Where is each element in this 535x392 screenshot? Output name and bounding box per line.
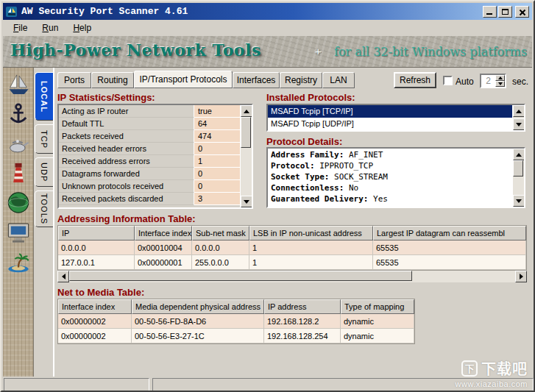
- app-icon: [6, 6, 18, 18]
- banner-title: High-Power Network Tools: [10, 40, 261, 60]
- side-tab-local[interactable]: LOCAL: [35, 72, 53, 121]
- left-arrow-icon: [62, 274, 65, 279]
- protocol-details-heading: Protocol Details:: [266, 136, 342, 147]
- refresh-button[interactable]: Refresh: [394, 72, 436, 88]
- auto-label: Auto: [456, 76, 474, 87]
- scrollbar-thumb[interactable]: [241, 117, 251, 148]
- tab-lan[interactable]: LAN: [322, 72, 355, 88]
- window-title: AW Security Port Scanner 4.61: [21, 6, 481, 17]
- tab-ip-transport-protocols[interactable]: IP/Transport Protocols: [134, 71, 233, 88]
- sailboat-icon: [6, 71, 31, 99]
- protocol-item[interactable]: MSAFD Tcpip [TCP/IP]: [268, 105, 512, 118]
- column-header[interactable]: Type of mapping: [341, 299, 414, 314]
- up-arrow-icon: [244, 110, 249, 113]
- seconds-label: sec.: [512, 76, 528, 87]
- tab-ports[interactable]: Ports: [57, 72, 91, 88]
- net-to-media-table: Interface index Media dependent physical…: [57, 299, 415, 344]
- down-arrow-icon: [244, 200, 249, 204]
- minimize-icon: [486, 13, 492, 15]
- titlebar: AW Security Port Scanner 4.61: [3, 3, 532, 20]
- net-to-media-heading: Net to Media Table:: [57, 287, 144, 298]
- column-header[interactable]: IP address: [264, 299, 341, 314]
- side-tab-tcp[interactable]: TCP: [35, 124, 53, 154]
- detail-line: Connectionless: No: [271, 183, 512, 194]
- detail-line: Socket Type: SOCK_STREAM: [271, 172, 512, 183]
- status-panel-left: [4, 378, 149, 391]
- up-arrow-icon: [498, 76, 503, 79]
- computer-icon: [6, 218, 31, 246]
- watermark-url: www.xiazaiba.com: [456, 379, 528, 388]
- scrollbar-thumb[interactable]: [513, 160, 523, 177]
- column-header[interactable]: IP: [58, 226, 135, 240]
- scroll-right-button[interactable]: [515, 271, 527, 282]
- menu-bar: File Run Help: [3, 20, 532, 36]
- column-header[interactable]: Largest IP datagram can reassembl: [373, 226, 526, 240]
- ip-statistics-heading: IP Statistics/Settings:: [57, 92, 155, 103]
- right-arrow-icon: [520, 274, 523, 279]
- side-tab-udp[interactable]: UDP: [35, 157, 53, 187]
- detail-line: Protocol: IPPROTO_TCP: [271, 161, 512, 172]
- stats-scrollbar[interactable]: [240, 105, 252, 207]
- scroll-down-button[interactable]: [513, 118, 525, 130]
- protocol-details-box: Address Family: AF_INET Protocol: IPPROT…: [266, 147, 525, 208]
- scroll-up-button[interactable]: [241, 105, 252, 117]
- column-header[interactable]: Interface index: [58, 299, 132, 314]
- maximize-button[interactable]: [498, 6, 512, 18]
- watermark-brand: 下载吧: [481, 357, 528, 379]
- xiazaiba-logo-icon: 下: [461, 360, 478, 377]
- protocol-item[interactable]: MSAFD Tcpip [UDP/IP]: [268, 118, 512, 130]
- down-arrow-icon: [516, 123, 522, 126]
- auto-checkbox[interactable]: [443, 76, 453, 85]
- details-scrollbar[interactable]: [512, 149, 524, 207]
- maximize-icon: [502, 9, 509, 15]
- globe-icon: [6, 189, 31, 216]
- app-window: AW Security Port Scanner 4.61 File Run H…: [0, 0, 535, 392]
- scroll-up-button[interactable]: [513, 149, 525, 160]
- island-icon: [6, 248, 31, 275]
- banner: High-Power Network Tools + for all 32-bi…: [3, 36, 532, 68]
- close-button[interactable]: [515, 6, 529, 18]
- detail-line: Guaranteed Delivery: Yes: [271, 194, 512, 205]
- side-tab-tools[interactable]: TOOLS: [35, 190, 53, 227]
- watermark: 下 下载吧 www.xiazaiba.com: [456, 357, 528, 388]
- scroll-up-button[interactable]: [513, 105, 525, 117]
- down-arrow-icon: [498, 82, 503, 85]
- lighthouse-icon: [6, 160, 31, 187]
- column-header[interactable]: Media dependent physical address: [132, 299, 264, 314]
- addressing-table-heading: Addressing Information Table:: [57, 213, 196, 224]
- tab-routing[interactable]: Routing: [91, 72, 134, 88]
- menu-run[interactable]: Run: [35, 21, 65, 35]
- menu-help[interactable]: Help: [65, 21, 99, 35]
- banner-subtitle: for all 32-bit Windows platforms: [334, 45, 527, 59]
- column-header[interactable]: Sub-net mask: [192, 226, 249, 240]
- tab-interfaces[interactable]: Interfaces: [233, 72, 280, 88]
- ip-statistics-list: Acting as IP router true Default TTL 64 …: [57, 104, 253, 209]
- up-arrow-icon: [516, 153, 522, 157]
- interval-value: 2: [481, 75, 495, 87]
- down-arrow-icon: [516, 199, 522, 203]
- column-header[interactable]: LSB in IP non-unicast address: [249, 226, 373, 240]
- addressing-h-scrollbar[interactable]: [57, 271, 527, 282]
- minimize-button[interactable]: [483, 6, 497, 18]
- scroll-down-button[interactable]: [513, 195, 525, 207]
- up-arrow-icon: [516, 110, 522, 113]
- scroll-down-button[interactable]: [241, 196, 252, 207]
- scroll-left-button[interactable]: [57, 271, 69, 282]
- protocols-scrollbar[interactable]: [512, 105, 524, 130]
- scrollbar-thumb[interactable]: [69, 271, 412, 281]
- artwork-sidebar: [3, 68, 34, 377]
- menu-file[interactable]: File: [6, 21, 35, 35]
- addressing-table: IP Interface index Sub-net mask LSB in I…: [57, 225, 527, 271]
- installed-protocols-list: MSAFD Tcpip [TCP/IP] MSAFD Tcpip [UDP/IP…: [266, 104, 525, 132]
- interval-spinner[interactable]: 2: [480, 74, 506, 88]
- spinner-up-button[interactable]: [495, 75, 505, 81]
- tab-registry[interactable]: Registry: [280, 72, 322, 88]
- spinner-down-button[interactable]: [495, 81, 505, 87]
- anchor-icon: [6, 101, 31, 128]
- installed-protocols-heading: Installed Protocols:: [266, 92, 355, 103]
- column-header[interactable]: Interface index: [135, 226, 192, 240]
- detail-line: Address Family: AF_INET: [271, 150, 512, 161]
- lamp-icon: [6, 130, 31, 157]
- sparkle-icon: +: [315, 45, 322, 57]
